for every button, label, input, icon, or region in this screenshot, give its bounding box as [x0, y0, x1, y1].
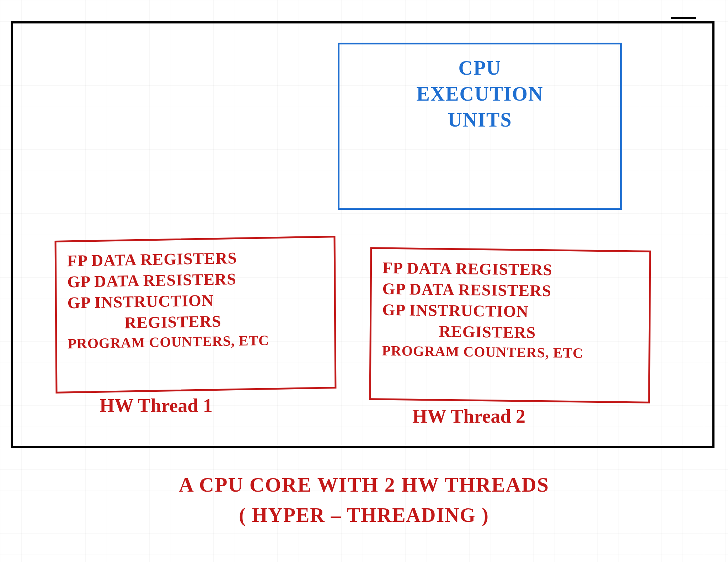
hw-thread-1-box: FP DATA REGISTERS GP DATA RESISTERS GP I… — [55, 236, 337, 394]
hw-thread-2-box: FP DATA REGISTERS GP DATA RESISTERS GP I… — [369, 247, 651, 403]
diagram-caption: A CPU CORE WITH 2 HW THREADS ( HYPER – T… — [0, 469, 728, 530]
t2-row-fp: FP DATA REGISTERS — [382, 258, 638, 280]
cpu-execution-units-box: CPU EXECUTION UNITS — [338, 43, 622, 210]
exec-line-1: CPU — [458, 55, 501, 81]
t1-row-fp: FP DATA REGISTERS — [67, 247, 323, 271]
hw-thread-2-label: HW Thread 2 — [412, 405, 525, 427]
t1-row-pc: PROGRAM COUNTERS, etc — [68, 331, 323, 352]
t1-row-gp-instr-cont: REGISTERS — [68, 310, 323, 333]
t2-row-gp-data: GP DATA RESISTERS — [382, 279, 638, 301]
diagram-stage: CPU EXECUTION UNITS FP DATA REGISTERS GP… — [0, 0, 728, 562]
t2-row-gp-instr: GP INSTRUCTION — [382, 300, 638, 322]
t2-row-pc: PROGRAM COUNTERS, etc — [382, 342, 638, 362]
caption-line-1: A CPU CORE WITH 2 HW THREADS — [0, 469, 728, 500]
t1-row-gp-instr: GP INSTRUCTION — [68, 289, 323, 312]
exec-line-3: UNITS — [448, 107, 512, 133]
hw-thread-1-label: HW Thread 1 — [100, 395, 213, 417]
t2-row-gp-instr-cont: REGISTERS — [382, 321, 638, 343]
stray-tick-mark — [671, 17, 696, 19]
t1-row-gp-data: GP DATA RESISTERS — [67, 268, 323, 291]
exec-line-2: EXECUTION — [416, 81, 543, 107]
caption-line-2: ( HYPER – THREADING ) — [0, 500, 728, 530]
